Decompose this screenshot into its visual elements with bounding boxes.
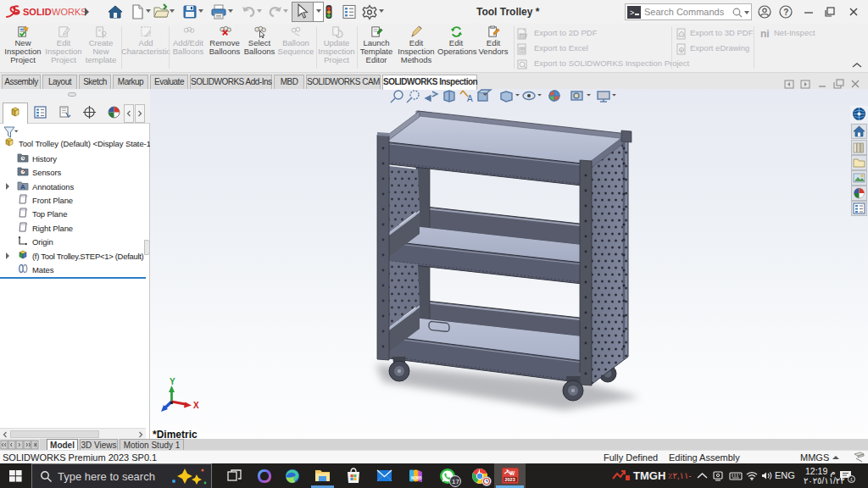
svg-text:17: 17 [452,478,459,485]
svg-text:٤: ٤ [850,477,853,482]
svg-text:W: W [509,470,515,476]
svg-text:M365: M365 [411,475,422,480]
svg-text:2023: 2023 [505,477,515,482]
svg-text:Y: Y [170,377,175,386]
svg-text:A: A [467,94,473,103]
svg-text:X: X [193,401,199,410]
